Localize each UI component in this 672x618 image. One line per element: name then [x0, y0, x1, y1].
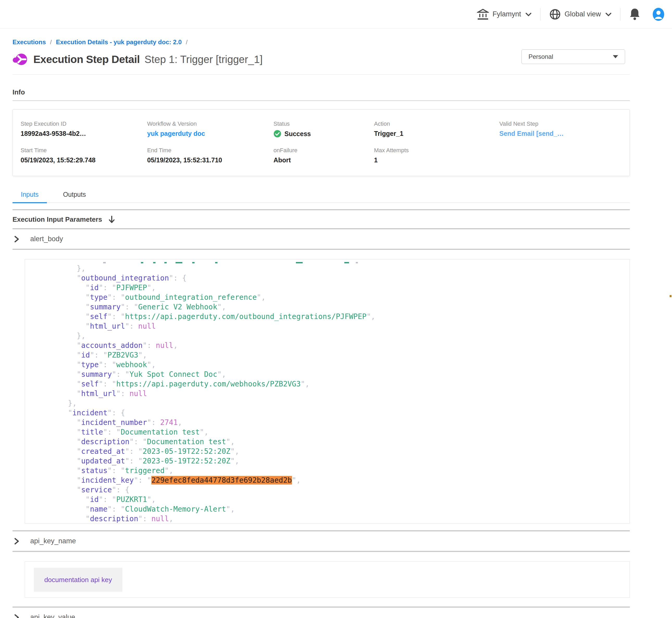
- expand-row-alert-body[interactable]: alert_body: [12, 229, 630, 249]
- bank-icon: [477, 9, 489, 20]
- alert-body-json-viewer[interactable]: }, "outbound_integration": { "id": "PJFW…: [25, 259, 630, 524]
- code-content: }, "outbound_integration": { "id": "PJFW…: [33, 262, 629, 524]
- chevron-right-icon: [14, 614, 19, 618]
- chevron-down-icon: [606, 10, 611, 18]
- field-action: Action Trigger_1: [374, 120, 499, 138]
- info-heading: Info: [12, 88, 630, 96]
- field-end-time: End Time 05/19/2023, 15:52:31.710: [147, 147, 273, 164]
- field-max-attempts: Max Attempts 1: [374, 147, 499, 164]
- api-key-name-chip[interactable]: documentation api key: [34, 568, 122, 592]
- scrollbar-search-marker: [670, 295, 671, 297]
- org-switcher[interactable]: Fylamynt: [477, 9, 531, 20]
- field-status: Status Success: [273, 120, 374, 138]
- notifications-bell-icon[interactable]: [629, 8, 640, 20]
- divider: [12, 249, 630, 250]
- api-key-name-value-box: documentation api key: [25, 561, 630, 598]
- tab-outputs[interactable]: Outputs: [55, 189, 94, 202]
- top-bar: Fylamynt Global view: [0, 0, 672, 29]
- topbar-separator: [620, 8, 620, 20]
- tab-bar: Inputs Outputs: [12, 189, 630, 203]
- page-title: Execution Step Detail: [33, 54, 140, 66]
- view-switcher[interactable]: Global view: [549, 9, 611, 20]
- title-row: Execution Step Detail Step 1: Trigger [t…: [12, 51, 630, 68]
- chevron-right-icon: [14, 236, 19, 242]
- chevron-down-icon: [526, 10, 531, 18]
- tab-inputs[interactable]: Inputs: [12, 189, 47, 202]
- breadcrumb-separator: /: [186, 38, 188, 46]
- divider: [12, 100, 630, 101]
- topbar-separator: [540, 8, 540, 20]
- workflow-step-icon: [12, 54, 27, 65]
- expand-row-api-key-name[interactable]: api_key_name: [12, 531, 630, 551]
- execution-input-parameters-header: Execution Input Parameters: [12, 210, 630, 228]
- scope-select[interactable]: Personal: [521, 49, 625, 64]
- scope-select-value: Personal: [528, 53, 553, 61]
- caret-down-icon: [613, 55, 618, 58]
- param-label: api_key_name: [30, 537, 76, 545]
- breadcrumb-separator: /: [50, 38, 52, 46]
- field-step-execution-id: Step Execution ID 18992a43-9538-4b2…: [20, 120, 147, 138]
- info-card: Step Execution ID 18992a43-9538-4b2… Wor…: [12, 109, 630, 176]
- chevron-right-icon: [14, 538, 19, 545]
- success-check-icon: [273, 130, 281, 138]
- param-label: alert_body: [30, 235, 63, 243]
- next-step-link[interactable]: Send Email [send_…: [499, 130, 620, 137]
- breadcrumb-link-execution-details[interactable]: Execution Details - yuk pagerduty doc: 2…: [56, 38, 182, 46]
- org-label: Fylamynt: [493, 10, 521, 18]
- workflow-link[interactable]: yuk pagerduty doc: [147, 130, 273, 137]
- field-start-time: Start Time 05/19/2023, 15:52:29.748: [20, 147, 147, 164]
- divider: [12, 551, 630, 552]
- field-valid-next-step: Valid Next Step Send Email [send_…: [499, 120, 620, 138]
- globe-icon: [549, 9, 561, 20]
- expand-row-api-key-value[interactable]: api_key_value: [12, 608, 630, 618]
- breadcrumb: Executions / Execution Details - yuk pag…: [12, 38, 630, 46]
- param-label: api_key_value: [30, 613, 75, 618]
- avatar-icon[interactable]: [652, 8, 665, 21]
- view-label: Global view: [565, 10, 601, 18]
- field-workflow-version: Workflow & Version yuk pagerduty doc: [147, 120, 273, 138]
- arrow-down-icon[interactable]: [108, 216, 115, 223]
- status-text: Success: [284, 130, 311, 138]
- field-onfailure: onFailure Abort: [273, 147, 374, 164]
- breadcrumb-link-executions[interactable]: Executions: [12, 38, 46, 46]
- page-subtitle: Step 1: Trigger [trigger_1]: [145, 54, 263, 65]
